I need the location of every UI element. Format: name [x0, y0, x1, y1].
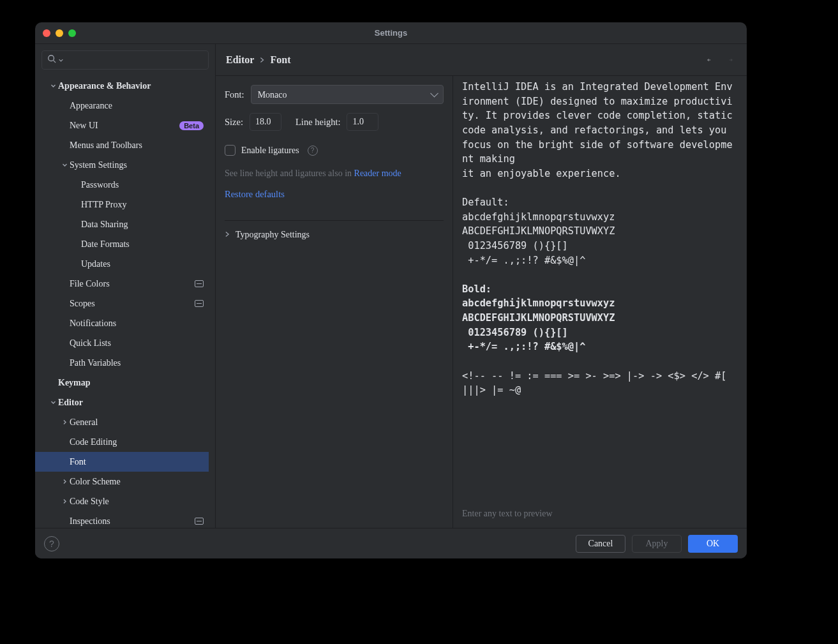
chevron-right-icon: [59, 417, 70, 428]
sidebar-item-label: Notifications: [70, 318, 204, 329]
chevron-down-icon: [59, 160, 70, 170]
sidebar-item-label: Inspections: [70, 516, 191, 527]
traffic-lights: [43, 22, 76, 43]
size-input[interactable]: [250, 113, 281, 131]
sidebar-item-menus-and-toolbars[interactable]: Menus and Toolbars: [35, 135, 209, 155]
chevron-down-icon: [48, 398, 58, 408]
sidebar-item-http-proxy[interactable]: HTTP Proxy: [35, 195, 209, 214]
sidebar-item-scopes[interactable]: Scopes: [35, 294, 209, 313]
font-preview-pane: IntelliJ IDEA is an Integrated Developme…: [453, 76, 747, 528]
sidebar-item-label: Menus and Toolbars: [70, 140, 204, 151]
font-preview[interactable]: IntelliJ IDEA is an Integrated Developme…: [453, 76, 747, 502]
chevron-down-icon: [48, 81, 58, 91]
ok-button[interactable]: OK: [688, 535, 738, 553]
sidebar-item-label: Editor: [58, 398, 204, 408]
reader-mode-link[interactable]: Reader mode: [354, 168, 401, 178]
sidebar-item-label: Code Style: [70, 497, 204, 507]
settings-tree[interactable]: Appearance & BehaviorAppearanceNew UIBet…: [35, 76, 209, 528]
sidebar-item-date-formats[interactable]: Date Formats: [35, 234, 209, 254]
sidebar-item-label: File Colors: [70, 279, 191, 289]
sidebar-item-label: Path Variables: [70, 358, 204, 368]
nav-forward-button: [725, 54, 737, 66]
font-form: Font: Monaco Size: Line height:: [216, 76, 453, 528]
sidebar-item-appearance[interactable]: Appearance: [35, 96, 209, 116]
line-height-input[interactable]: [347, 113, 378, 131]
ligatures-checkbox[interactable]: [225, 145, 236, 156]
font-label: Font:: [225, 89, 244, 100]
cancel-button[interactable]: Cancel: [576, 535, 625, 553]
per-project-icon: [195, 300, 204, 307]
sidebar-item-label: Keymap: [58, 378, 204, 388]
traffic-minimize-icon[interactable]: [56, 29, 63, 37]
reader-mode-hint: See line height and ligatures also in Re…: [225, 168, 444, 179]
settings-search[interactable]: [41, 50, 209, 70]
sidebar-item-data-sharing[interactable]: Data Sharing: [35, 214, 209, 234]
sidebar-item-code-style[interactable]: Code Style: [35, 491, 209, 511]
sidebar-item-label: Date Formats: [81, 239, 204, 250]
line-height-label: Line height:: [296, 117, 340, 128]
help-button[interactable]: ?: [44, 536, 59, 551]
sidebar-item-appearance-behavior[interactable]: Appearance & Behavior: [35, 76, 209, 96]
sidebar-item-label: Updates: [81, 259, 204, 269]
help-icon[interactable]: ?: [308, 146, 318, 156]
chevron-right-icon: [59, 497, 70, 507]
sidebar-item-label: Color Scheme: [70, 477, 204, 487]
sidebar-item-keymap[interactable]: Keymap: [35, 373, 209, 393]
sidebar-item-notifications[interactable]: Notifications: [35, 313, 209, 333]
svg-point-0: [49, 56, 54, 61]
breadcrumb-parent[interactable]: Editor: [226, 54, 254, 66]
sidebar-item-editor[interactable]: Editor: [35, 393, 209, 412]
settings-sidebar: Appearance & BehaviorAppearanceNew UIBet…: [35, 44, 216, 528]
title-bar: Settings: [35, 22, 747, 44]
sidebar-item-label: Font: [70, 457, 204, 467]
sidebar-item-code-editing[interactable]: Code Editing: [35, 432, 209, 452]
sidebar-item-new-ui[interactable]: New UIBeta: [35, 116, 209, 135]
sidebar-item-file-colors[interactable]: File Colors: [35, 274, 209, 294]
sidebar-item-label: Code Editing: [70, 437, 204, 447]
sidebar-item-color-scheme[interactable]: Color Scheme: [35, 472, 209, 491]
typography-settings-section[interactable]: Typography Settings: [225, 220, 444, 240]
ligatures-row[interactable]: Enable ligatures ?: [225, 145, 444, 156]
font-select[interactable]: Monaco: [251, 85, 444, 104]
chevron-right-icon: [59, 477, 70, 487]
sidebar-item-font[interactable]: Font: [35, 452, 209, 472]
sidebar-item-label: New UI: [70, 121, 175, 131]
search-icon: [47, 54, 56, 66]
sidebar-item-label: Appearance: [70, 101, 204, 111]
svg-line-1: [54, 61, 56, 63]
sidebar-item-system-settings[interactable]: System Settings: [35, 155, 209, 175]
traffic-zoom-icon[interactable]: [68, 29, 76, 37]
sidebar-item-label: Scopes: [70, 299, 191, 309]
sidebar-item-general[interactable]: General: [35, 412, 209, 432]
nav-back-button[interactable]: [703, 54, 715, 66]
settings-main: Editor Font: [216, 44, 747, 528]
beta-badge: Beta: [179, 121, 204, 130]
restore-defaults-link[interactable]: Restore defaults: [225, 189, 444, 200]
filter-caret-icon: [59, 55, 63, 65]
sidebar-item-label: Data Sharing: [81, 220, 204, 230]
main-header: Editor Font: [216, 44, 747, 76]
traffic-close-icon[interactable]: [43, 29, 50, 37]
sidebar-item-label: General: [70, 417, 204, 428]
sidebar-item-path-variables[interactable]: Path Variables: [35, 353, 209, 373]
sidebar-item-inspections[interactable]: Inspections: [35, 511, 209, 528]
dialog-footer: ? Cancel Apply OK: [35, 528, 747, 558]
breadcrumb: Editor Font: [226, 54, 290, 66]
sidebar-item-label: Quick Lists: [70, 338, 204, 348]
sidebar-item-label: Passwords: [81, 180, 204, 190]
sidebar-item-passwords[interactable]: Passwords: [35, 175, 209, 195]
window-title: Settings: [375, 28, 407, 38]
size-label: Size:: [225, 117, 243, 128]
search-input[interactable]: [66, 54, 203, 66]
settings-window: Settings Appearance & BehaviorAppearance…: [35, 22, 747, 558]
sidebar-item-updates[interactable]: Updates: [35, 254, 209, 274]
sidebar-item-label: HTTP Proxy: [81, 200, 204, 210]
preview-hint: Enter any text to preview: [453, 502, 747, 528]
per-project-icon: [195, 518, 204, 525]
chevron-right-icon: [225, 230, 230, 240]
typography-settings-label: Typography Settings: [236, 230, 310, 240]
ligatures-label: Enable ligatures: [241, 146, 299, 156]
sidebar-item-quick-lists[interactable]: Quick Lists: [35, 333, 209, 353]
apply-button: Apply: [632, 535, 682, 553]
sidebar-item-label: System Settings: [70, 160, 204, 170]
